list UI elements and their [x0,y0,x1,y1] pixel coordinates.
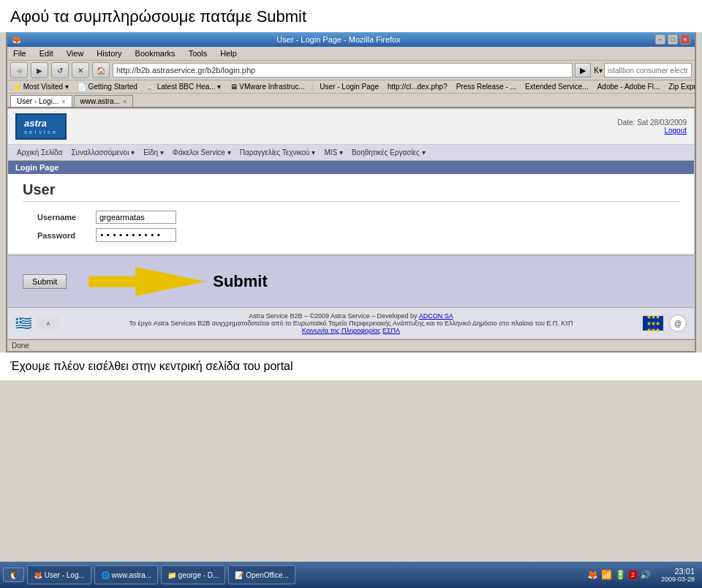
back-button[interactable]: ◀ [10,62,28,78]
tray-number: 2 [629,570,637,579]
system-tray: 🦊 📶 🔋 2 🔊 [584,570,654,580]
tray-sound-icon: 🔊 [640,570,651,580]
browser-title: User - Login Page - Mozilla Firefox [22,35,655,44]
nav-fakeloi[interactable]: Φάκελοι Service ▾ [170,147,234,158]
home-button[interactable]: 🏠 [92,62,110,78]
nav-eidi[interactable]: Είδη ▾ [140,147,167,158]
koinonia-link[interactable]: Κοινωνία της Πληροφορίας [302,327,381,334]
window-controls[interactable]: − □ × [655,34,690,45]
email-icon[interactable]: @ [669,314,687,332]
search-label: K▾ [594,67,603,75]
browser-toolbar: ◀ ▶ ↺ ✕ 🏠 ▶ K▾ [7,61,695,80]
adcon-link[interactable]: ADCON SA [419,312,453,320]
nav-boithitikes[interactable]: Βοηθητικές Εργασίες ▾ [349,147,429,158]
tabs-bar: User - Logi... × www.astra... × [7,94,695,108]
login-page-bar: Login Page [8,161,694,174]
tab-close-0[interactable]: × [61,98,65,105]
browser-window: 🦊 User - Login Page - Mozilla Firefox − … [6,32,696,353]
bookmark-getting-started[interactable]: 📄 Getting Started [75,82,140,91]
taskbar: 🐧 🦊 User - Log... 🌐 www.astra... 📁 georg… [0,562,702,588]
address-bar[interactable] [113,63,573,78]
submit-button[interactable]: Submit [23,274,67,289]
footer-text: Astra Service B2B – ©2009 Astra Service … [65,312,637,334]
bookmark-zip[interactable]: Zip Express Insta... [666,82,695,91]
date-display: Date: Sat 28/03/2009 [617,118,687,127]
nav-home[interactable]: Αρχική Σελίδα [14,147,65,158]
close-button[interactable]: × [680,34,690,45]
page-content: astra service Date: Sat 28/03/2009 Logou… [7,108,695,339]
header-right: Date: Sat 28/03/2009 Logout [617,118,687,135]
password-input[interactable] [96,228,176,242]
taskbar-item-label-1: 🌐 www.astra... [101,571,151,579]
status-bar: Done [7,339,695,351]
bookmarks-separator: | [312,83,314,91]
tray-firefox-icon: 🦊 [587,570,598,580]
eu-flag-icon: ★★★★★★★★★ [643,316,663,331]
taskbar-item-2[interactable]: 📁 george - D... [161,565,225,584]
espa-link[interactable]: ΕΣΠΑ [382,327,400,334]
site-navigation: Αρχική Σελίδα Συναλλασσόμενοι ▾ Είδη ▾ Φ… [8,145,694,161]
taskbar-item-label-0: 🦊 User - Log... [34,571,85,579]
tab-astra[interactable]: www.astra... × [74,95,134,107]
login-form: Username Password [37,211,679,242]
taskbar-item-0[interactable]: 🦊 User - Log... [27,565,91,584]
username-input[interactable] [96,211,176,224]
username-row: Username [37,211,679,224]
logo-service: service [24,129,58,135]
tab-user-login[interactable]: User - Logi... × [10,95,72,107]
clock-date: 2009-03-28 [661,576,695,583]
menu-edit[interactable]: Edit [37,48,56,59]
bookmark-vmware[interactable]: 🖥 VMware Infrastruc... [228,82,307,91]
logo-text: astra [24,118,58,129]
system-clock: 23:01 2009-03-28 [657,567,699,583]
slide-bottom-text: Έχουμε πλέον εισέλθει στην κεντρική σελί… [0,353,702,380]
bookmark-user-login[interactable]: User - Login Page [317,82,381,91]
menu-help[interactable]: Help [217,48,240,59]
title-bar: 🦊 User - Login Page - Mozilla Firefox − … [7,32,695,47]
bookmark-press-release[interactable]: Press Release - ... [454,82,518,91]
reload-button[interactable]: ↺ [51,62,69,78]
slide-top-title: Αφού τα συμπληρώσουμε πατάμε Submit [0,0,702,32]
menu-view[interactable]: View [64,48,87,59]
start-button[interactable]: 🐧 [3,568,24,582]
tab-label-1: www.astra... [80,97,120,105]
clock-time: 23:01 [661,567,695,576]
logo-small: A [37,316,59,331]
submit-arrow-label: Submit [213,272,268,291]
taskbar-item-3[interactable]: 📝 OpenOffice... [228,565,295,584]
tab-close-1[interactable]: × [123,98,127,105]
submit-area: Submit Submit [8,255,694,308]
menu-history[interactable]: History [94,48,124,59]
search-input[interactable] [604,63,692,78]
greek-flag-icon: 🇬🇷 [15,315,31,331]
nav-paraggelies[interactable]: Παραγγελίες Τεχνικού ▾ [237,147,319,158]
nav-mis[interactable]: MIS ▾ [321,147,346,158]
menu-bookmarks[interactable]: Bookmarks [132,48,178,59]
go-button[interactable]: ▶ [575,63,591,78]
stop-button[interactable]: ✕ [72,62,89,78]
bookmarks-bar: ⭐ Most Visited ▾ 📄 Getting Started 📰 Lat… [7,80,695,94]
tab-label-0: User - Logi... [17,97,58,105]
taskbar-item-1[interactable]: 🌐 www.astra... [94,565,158,584]
maximize-button[interactable]: □ [668,34,678,45]
minimize-button[interactable]: − [655,34,665,45]
menu-tools[interactable]: Tools [186,48,211,59]
bookmark-extended-service[interactable]: Extended Service... [523,82,591,91]
user-section: User Username Password [8,174,694,255]
bookmark-most-visited[interactable]: ⭐ Most Visited ▾ [10,82,71,91]
password-label: Password [37,231,88,240]
site-header: astra service Date: Sat 28/03/2009 Logou… [8,109,694,145]
user-title: User [23,181,679,202]
bookmark-adobe[interactable]: Adobe - Adobe Fl... [595,82,663,91]
taskbar-item-label-2: 📁 george - D... [167,571,219,579]
menu-file[interactable]: File [10,48,29,59]
bookmark-bbc[interactable]: 📰 Latest BBC Hea... ▾ [144,82,224,91]
site-footer: 🇬🇷 A Astra Service B2B – ©2009 Astra Ser… [8,308,694,339]
password-row: Password [37,228,679,242]
forward-button[interactable]: ▶ [31,62,48,78]
tray-battery-icon: 🔋 [615,570,626,580]
logout-link[interactable]: Logout [664,127,687,135]
username-label: Username [37,213,88,222]
nav-synallassomenoi[interactable]: Συναλλασσόμενοι ▾ [68,147,137,158]
bookmark-url[interactable]: http://cl...dex.php? [385,82,450,91]
